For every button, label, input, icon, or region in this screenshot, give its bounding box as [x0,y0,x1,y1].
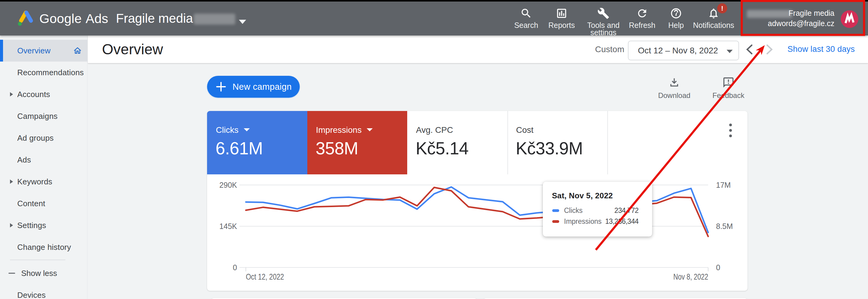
notification-badge: ! [717,3,727,13]
sidebar-item-ads[interactable]: Ads [0,149,88,171]
right-axis-tick-label: 0 [716,263,720,272]
date-range-picker[interactable]: Oct 12 – Nov 8, 2022 [628,40,739,60]
sidebar-item-label: Keywords [17,177,52,187]
profile-avatar[interactable] [841,10,858,28]
new-campaign-button[interactable]: New campaign [207,76,300,98]
appbar-tool-reports[interactable]: Reports [539,3,584,35]
app-bar: Google Ads Fragile media SearchReportsTo… [0,1,868,35]
sidebar-item-settings[interactable]: Settings [0,214,88,236]
sidebar-item-content[interactable]: Content [0,193,88,214]
show-less-label: Show less [21,269,57,278]
sidebar-item-label: Ad groups [17,133,54,143]
sidebar-item-label: Content [17,199,45,208]
account-switcher-caret-icon[interactable] [239,20,246,24]
date-range-text: Oct 12 – Nov 8, 2022 [638,46,718,55]
left-axis-tick-label: 290K [219,181,237,189]
tooltip-row-impressions: Impressions13,236,344 [543,216,652,226]
sidebar-item-devices[interactable]: Devices [0,284,88,299]
tooltip-series-label: Clicks [564,207,583,215]
overview-chart-card: Clicks6.61MImpressions358MAvg. CPCKč5.14… [207,111,747,291]
x-axis-start-label: Oct 12, 2022 [246,272,284,281]
feedback-label: Feedback [712,91,744,100]
date-range-type-label: Custom [595,35,624,63]
account-title[interactable]: Fragile media [116,1,193,35]
sidebar-divider [10,260,65,260]
date-prev-button[interactable] [745,35,753,63]
brand-google: Google [39,11,82,26]
sidebar-item-label: Change history [17,243,71,252]
help-icon [670,7,682,20]
brand-ads: Ads [86,11,108,26]
right-axis-tick-label: 17M [716,181,731,189]
profile-email: adwords@fragile.cz [733,19,834,28]
sidebar-item-change-history[interactable]: Change history [0,236,88,258]
series-color-dash [552,209,559,212]
search-icon [520,7,532,20]
feedback-icon [722,76,735,88]
sidebar-item-overview[interactable]: Overview [0,40,88,61]
tooltip-date: Sat, Nov 5, 2022 [552,191,613,200]
x-axis-end-label: Nov 8, 2022 [673,272,708,281]
expand-arrow-icon[interactable] [10,180,13,184]
tooltip-row-clicks: Clicks234,772 [543,205,652,216]
right-axis-tick-label: 8.5M [716,222,733,230]
minus-icon [8,273,15,274]
brand-wordmark[interactable]: Google Ads [39,1,108,35]
sidebar-item-ad-groups[interactable]: Ad groups [0,127,88,149]
series-color-dash [552,220,559,223]
timeseries-chart[interactable]: 290K145K017M8.5M0Oct 12, 2022Nov 8, 2022 [207,111,747,291]
sidebar-item-label: Ads [17,155,31,165]
google-ads-overview-page: Google Ads Fragile media SearchReportsTo… [0,0,868,299]
sidebar-item-accounts[interactable]: Accounts [0,83,88,105]
home-icon [73,46,82,55]
sidebar-item-label: Settings [17,221,46,230]
profile-name: Fragile media [733,9,834,18]
date-next-button[interactable] [766,35,774,63]
download-label: Download [658,91,690,100]
sidebar-nav: OverviewRecommendationsAccountsCampaigns… [0,35,88,299]
appbar-tool-notifications[interactable]: Notifications [691,3,736,35]
expand-arrow-icon[interactable] [10,223,13,227]
appbar-tool-label: Reports [548,21,575,30]
tooltip-series-value: 13,236,344 [605,217,639,226]
appbar-tool-label: Notifications [693,21,734,30]
sidebar-item-label: Devices [17,291,46,299]
sidebar-item-campaigns[interactable]: Campaigns [0,105,88,127]
chart-tooltip: Sat, Nov 5, 2022 Clicks234,772Impression… [543,182,652,237]
left-axis-tick-label: 145K [219,222,237,230]
screen-top-strip [0,0,868,1]
page-title: Overview [102,35,163,63]
download-icon [669,76,680,88]
tooltip-series-label: Impressions [564,217,601,226]
sidebar-item-label: Overview [17,46,51,55]
left-axis-tick-label: 0 [233,263,237,272]
sidebar-item-label: Accounts [17,90,50,99]
google-ads-logo-icon[interactable] [18,10,34,27]
new-campaign-label: New campaign [232,82,291,92]
refresh-icon [636,7,648,20]
sidebar-item-recommendations[interactable]: Recommendations [0,61,88,83]
sidebar-item-label: Campaigns [17,112,58,121]
show-last-30-days-link[interactable]: Show last 30 days [787,35,855,63]
reports-icon [556,7,568,20]
page-header: Overview Custom Oct 12 – Nov 8, 2022 Sho… [88,35,868,63]
appbar-tool-label: Refresh [629,21,655,30]
sidebar-item-label: Recommendations [17,68,84,77]
tooltip-series-value: 234,772 [614,207,639,215]
tools-icon [597,7,610,20]
sidebar-item-keywords[interactable]: Keywords [0,171,88,193]
redacted-account-id [194,13,235,25]
expand-arrow-icon[interactable] [10,92,13,97]
plus-icon [216,82,226,92]
appbar-tool-label: Search [514,21,538,30]
sidebar-show-less[interactable]: Show less [0,262,88,284]
appbar-tool-label: settings [590,28,616,35]
selected-indicator-bar [0,40,3,61]
date-range-caret-icon [726,49,733,53]
appbar-tool-label: Help [668,21,684,30]
